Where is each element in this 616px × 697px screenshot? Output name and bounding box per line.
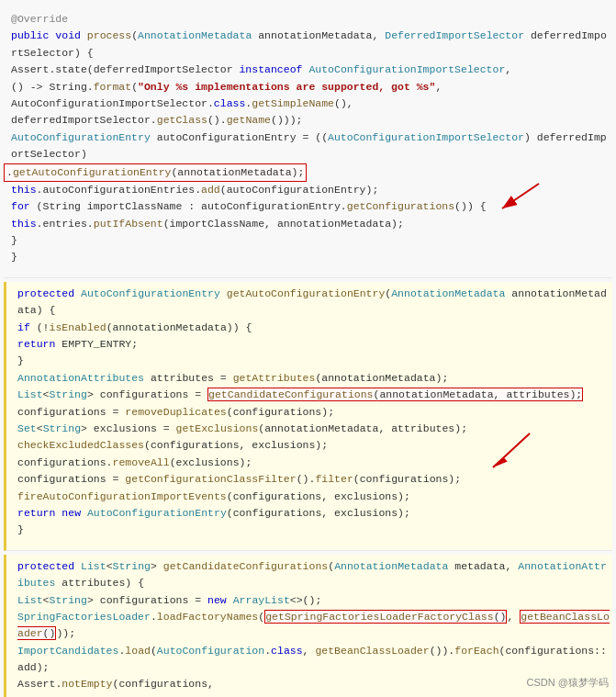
code-line: Assert.notEmpty(configurations, [10, 676, 612, 692]
highlighted-line-1: .getAutoConfigurationEntry(annotationMet… [4, 163, 307, 182]
code-line: Assert.state(deferredImportSelector inst… [4, 62, 612, 78]
arrow-2 [484, 429, 539, 475]
code-line: configurations = removeDuplicates(config… [10, 404, 612, 421]
code-line: message: "No auto configuration classes … [10, 693, 612, 697]
code-line: deferredImportSelector.getClass().getNam… [4, 112, 612, 129]
highlighted-line-2: List<String> configurations = getCandida… [10, 387, 612, 403]
svg-line-1 [502, 184, 539, 208]
code-line: List<String> configurations = new ArrayL… [10, 592, 612, 609]
code-line: } [4, 232, 612, 249]
svg-line-3 [493, 433, 530, 467]
code-block-3: protected List<String> getCandidateConfi… [4, 555, 612, 697]
code-line: if (!isEnabled(annotationMetadata)) { [10, 320, 612, 336]
code-line: } [4, 249, 612, 265]
annotation-override: @Override [4, 11, 612, 28]
code-line: this.entries.putIfAbsent(importClassName… [4, 216, 612, 232]
arrow-1 [484, 179, 557, 216]
highlighted-line-3: SpringFactoriesLoader.loadFactoryNames(g… [10, 609, 612, 643]
code-block-2: protected AutoConfigurationEntry getAuto… [4, 282, 612, 551]
protected-method-sig-3: protected List<String> getCandidateConfi… [10, 558, 612, 592]
protected-method-sig: protected AutoConfigurationEntry getAuto… [10, 286, 612, 320]
method-signature-1: public void process(AnnotationMetadata a… [4, 28, 612, 62]
code-block-1: @Overridepublic void process(AnnotationM… [4, 7, 612, 278]
code-line: } [10, 522, 612, 538]
code-line: AutoConfigurationImportSelector.class.ge… [4, 96, 612, 112]
code-line: fireAutoConfigurationImportEvents(config… [10, 489, 612, 505]
code-line: } [10, 353, 612, 369]
code-line: AutoConfigurationEntry autoConfiguration… [4, 129, 612, 163]
code-line: ImportCandidates.load(AutoConfiguration.… [10, 643, 612, 677]
code-line: return EMPTY_ENTRY; [10, 336, 612, 353]
code-container: @Overridepublic void process(AnnotationM… [0, 0, 616, 697]
watermark: CSDN @猿梦学码 [527, 676, 609, 690]
code-line: () -> String.format("Only %s implementat… [4, 79, 612, 96]
code-line: return new AutoConfigurationEntry(config… [10, 505, 612, 522]
code-line: AnnotationAttributes attributes = getAtt… [10, 370, 612, 387]
